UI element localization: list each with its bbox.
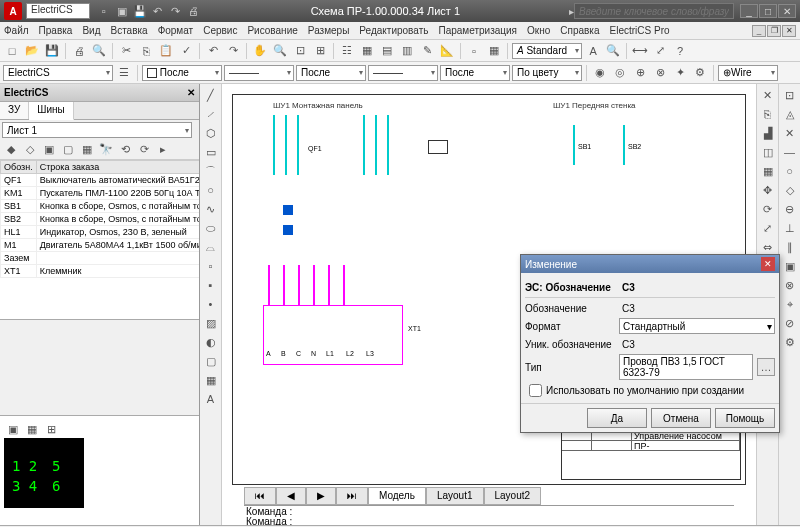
- snap-tan-icon[interactable]: ⊖: [781, 200, 799, 218]
- dlg-type-field[interactable]: Провод ПВ3 1,5 ГОСТ 6323-79: [619, 354, 753, 380]
- doc-selector[interactable]: ElectriCS: [26, 3, 90, 19]
- plot-style-select[interactable]: ———: [368, 65, 438, 81]
- tab-nav-prev-icon[interactable]: ◀: [276, 487, 306, 505]
- components-grid[interactable]: Обозн.Строка заказа QF1Выключатель автом…: [0, 160, 199, 320]
- bycolor-select[interactable]: По цвету: [512, 65, 582, 81]
- pt-icon-1[interactable]: ◆: [2, 141, 20, 159]
- hatch-icon[interactable]: ▨: [202, 314, 220, 332]
- gradient-icon[interactable]: ◐: [202, 333, 220, 351]
- snap-cen-icon[interactable]: ○: [781, 162, 799, 180]
- mirror-icon[interactable]: ▟: [759, 124, 777, 142]
- snap-int-icon[interactable]: ✕: [781, 124, 799, 142]
- rectangle-icon[interactable]: ▭: [202, 143, 220, 161]
- calc-icon[interactable]: 📐: [438, 42, 456, 60]
- ec-icon-6[interactable]: ⚙: [691, 64, 709, 82]
- color-select[interactable]: После: [142, 65, 222, 81]
- pt-icon-5[interactable]: ▦: [78, 141, 96, 159]
- mdi-minimize-button[interactable]: _: [752, 25, 766, 37]
- snap-par-icon[interactable]: ∥: [781, 238, 799, 256]
- table-draw-icon[interactable]: ▦: [202, 371, 220, 389]
- sheetset-icon[interactable]: ▥: [398, 42, 416, 60]
- zoom-window-icon[interactable]: ⊡: [291, 42, 309, 60]
- undo-icon[interactable]: ↶: [204, 42, 222, 60]
- menu-modify[interactable]: Редактировать: [359, 25, 428, 36]
- dlg-help-button[interactable]: Помощь: [715, 408, 775, 428]
- polygon-icon[interactable]: ⬡: [202, 124, 220, 142]
- snap-qua-icon[interactable]: ◇: [781, 181, 799, 199]
- close-button[interactable]: ✕: [778, 4, 796, 18]
- erase-icon[interactable]: ✕: [759, 86, 777, 104]
- snap-none-icon[interactable]: ⊘: [781, 314, 799, 332]
- mdi-close-button[interactable]: ✕: [782, 25, 796, 37]
- snap-set-icon[interactable]: ⚙: [781, 333, 799, 351]
- dlg-yes-button[interactable]: Да: [587, 408, 647, 428]
- dlg-format-select[interactable]: Стандартный▾: [619, 318, 775, 334]
- polyline-icon[interactable]: ⟋: [202, 105, 220, 123]
- dim-aligned-icon[interactable]: ⤢: [651, 42, 669, 60]
- markup-icon[interactable]: ✎: [418, 42, 436, 60]
- properties-icon[interactable]: ☷: [338, 42, 356, 60]
- layer-select[interactable]: ElectriCS: [3, 65, 113, 81]
- line-icon[interactable]: ╱: [202, 86, 220, 104]
- menu-electrics-pro[interactable]: ElectriCS Pro: [610, 25, 670, 36]
- menu-edit[interactable]: Правка: [39, 25, 73, 36]
- new-icon[interactable]: □: [3, 42, 21, 60]
- tab-shiny[interactable]: Шины: [29, 102, 73, 120]
- match-icon[interactable]: ✓: [177, 42, 195, 60]
- preview-icon[interactable]: 🔍: [90, 42, 108, 60]
- point-icon[interactable]: •: [202, 295, 220, 313]
- qat-print-icon[interactable]: 🖨: [186, 3, 202, 19]
- snap-per-icon[interactable]: ⊥: [781, 219, 799, 237]
- pan-icon[interactable]: ✋: [251, 42, 269, 60]
- text-icon[interactable]: A: [584, 42, 602, 60]
- snap-end-icon[interactable]: ⊡: [781, 86, 799, 104]
- redo-icon[interactable]: ↷: [224, 42, 242, 60]
- table-icon[interactable]: ▦: [485, 42, 503, 60]
- pt-icon-3[interactable]: ▣: [40, 141, 58, 159]
- block-icon[interactable]: ▫: [465, 42, 483, 60]
- snap-nea-icon[interactable]: ⌖: [781, 295, 799, 313]
- after3-select[interactable]: После: [440, 65, 510, 81]
- circle-icon[interactable]: ○: [202, 181, 220, 199]
- snap-ext-icon[interactable]: —: [781, 143, 799, 161]
- menu-insert[interactable]: Вставка: [110, 25, 147, 36]
- open-icon[interactable]: 📂: [23, 42, 41, 60]
- menu-draw[interactable]: Рисование: [247, 25, 297, 36]
- zoom-icon[interactable]: 🔍: [271, 42, 289, 60]
- dialog-close-icon[interactable]: ✕: [761, 257, 775, 271]
- paste-icon[interactable]: 📋: [157, 42, 175, 60]
- array-icon[interactable]: ▦: [759, 162, 777, 180]
- insert-block-icon[interactable]: ▫: [202, 257, 220, 275]
- mtext-icon[interactable]: A: [202, 390, 220, 408]
- ellipse-arc-icon[interactable]: ⌓: [202, 238, 220, 256]
- search-input[interactable]: [574, 3, 734, 19]
- scale-icon[interactable]: ⤢: [759, 219, 777, 237]
- tab-zu[interactable]: ЗУ: [0, 102, 29, 119]
- tab-nav-last-icon[interactable]: ⏭: [336, 487, 368, 505]
- wire-select[interactable]: ⊕ Wire: [718, 65, 778, 81]
- ellipse-icon[interactable]: ⬭: [202, 219, 220, 237]
- region-icon[interactable]: ▢: [202, 352, 220, 370]
- col-stroka[interactable]: Строка заказа: [36, 161, 199, 174]
- snap-nod-icon[interactable]: ⊗: [781, 276, 799, 294]
- tab-layout2[interactable]: Layout2: [484, 487, 542, 505]
- pv-icon-2[interactable]: ▦: [23, 420, 41, 438]
- pt-icon-2[interactable]: ◇: [21, 141, 39, 159]
- menu-dimensions[interactable]: Размеры: [308, 25, 350, 36]
- command-line[interactable]: Команда : Команда :: [244, 505, 734, 525]
- tab-nav-first-icon[interactable]: ⏮: [244, 487, 276, 505]
- layer-props-icon[interactable]: ☰: [115, 64, 133, 82]
- lineweight-select[interactable]: После: [296, 65, 366, 81]
- pt-icon-9[interactable]: ▸: [154, 141, 172, 159]
- maximize-button[interactable]: □: [759, 4, 777, 18]
- menu-view[interactable]: Вид: [82, 25, 100, 36]
- dlg-type-browse-button[interactable]: …: [757, 358, 775, 376]
- toolpalette-icon[interactable]: ▤: [378, 42, 396, 60]
- pt-icon-7[interactable]: ⟲: [116, 141, 134, 159]
- qat-redo-icon[interactable]: ↷: [168, 3, 184, 19]
- qat-open-icon[interactable]: ▣: [114, 3, 130, 19]
- pv-icon-3[interactable]: ⊞: [42, 420, 60, 438]
- pt-icon-4[interactable]: ▢: [59, 141, 77, 159]
- pv-icon-1[interactable]: ▣: [4, 420, 22, 438]
- app-logo[interactable]: A: [4, 2, 22, 20]
